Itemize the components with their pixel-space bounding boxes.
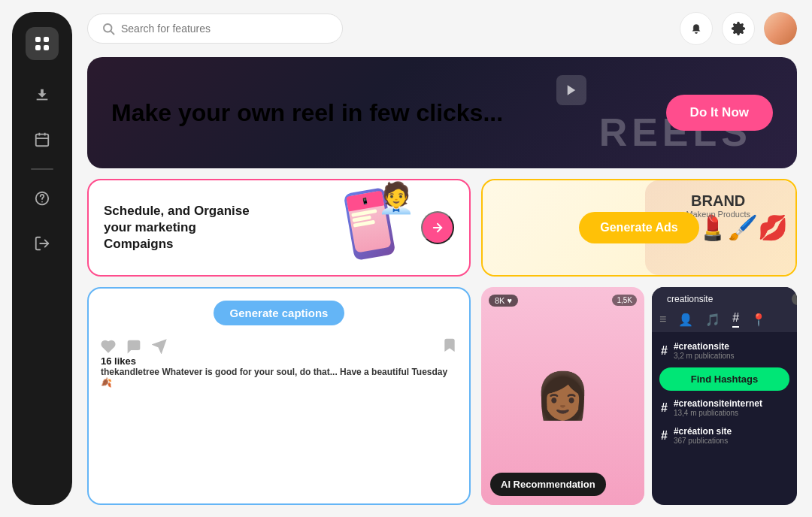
sidebar-logo[interactable]: [26, 27, 59, 60]
notifications-button[interactable]: [680, 12, 713, 45]
svg-line-9: [111, 31, 114, 34]
hero-title: Make your own reel in few clicks...: [111, 99, 503, 127]
bell-icon: [689, 21, 704, 36]
logout-icon: [34, 235, 50, 252]
caption-username-span: thekandletree: [101, 367, 159, 377]
phone-shape: 📱: [344, 187, 396, 261]
svg-rect-3: [44, 45, 49, 50]
search-bar-container[interactable]: [87, 14, 343, 44]
play-icon: [565, 83, 578, 97]
hashtag-symbol-3: #: [661, 429, 668, 443]
cards-area: Make your own reel in few clicks... Do I…: [87, 57, 797, 505]
right-column: 💄🖌️💋 BRAND Makeup Products Generate Ads …: [481, 179, 797, 505]
caption-text: thekandletree Whatever is good for your …: [101, 367, 457, 388]
hashtag-items-list: # #creationsite 3,2 m publications Find …: [652, 332, 797, 505]
hashtag-tabs: ≡ 👤 🎵 # 📍: [652, 311, 797, 332]
hashtag-count-2: 13,4 m publications: [674, 409, 788, 417]
hashtag-symbol-1: #: [661, 344, 668, 358]
schedule-card: Schedule, and Organise your marketing Co…: [87, 179, 471, 277]
ai-stats: 8K ♥: [489, 295, 518, 307]
caption-likes: 16 likes: [101, 355, 457, 367]
ads-card[interactable]: 💄🖌️💋 BRAND Makeup Products Generate Ads: [481, 179, 797, 277]
hashtag-search-bar: Annuler: [652, 287, 797, 311]
gear-icon: [731, 21, 746, 36]
search-icon: [102, 22, 115, 35]
user-avatar[interactable]: [764, 12, 797, 45]
hashtag-info-1: #creationsite 3,2 m publications: [674, 341, 788, 360]
play-icon-container: [556, 75, 586, 105]
hashtag-count-1: 3,2 m publications: [674, 352, 788, 360]
sidebar-item-download[interactable]: [26, 78, 59, 111]
hashtag-item[interactable]: # #creationsite 3,2 m publications: [652, 337, 797, 364]
svg-rect-0: [35, 37, 41, 42]
hero-cta-button[interactable]: Do It Now: [666, 95, 773, 131]
hashtag-item-3[interactable]: # #création site 367 publications: [652, 422, 797, 449]
hashtag-symbol-2: #: [661, 401, 668, 415]
hashtag-cancel-button[interactable]: Annuler: [792, 293, 797, 305]
tab-person-icon[interactable]: 👤: [678, 313, 693, 327]
arrow-right-icon: [431, 221, 444, 234]
caption-card: Generate captions: [87, 287, 471, 505]
search-input[interactable]: [121, 23, 329, 35]
hashtag-name-3: #création site: [674, 426, 788, 437]
calendar-icon: [34, 132, 50, 148]
settings-button[interactable]: [722, 12, 755, 45]
sidebar-divider: [31, 168, 53, 170]
main-content: Make your own reel in few clicks... Do I…: [72, 0, 812, 517]
sidebar-item-calendar[interactable]: [26, 123, 59, 156]
send-icon[interactable]: [152, 339, 167, 354]
caption-action-bar: [101, 337, 457, 355]
hero-banner: Make your own reel in few clicks... Do I…: [87, 57, 797, 168]
comment-icon[interactable]: [126, 339, 141, 354]
svg-rect-4: [36, 135, 49, 147]
svg-point-6: [41, 201, 43, 203]
hashtag-item-2[interactable]: # #creationsiteinternet 13,4 m publicati…: [652, 394, 797, 422]
ai-recommendation-card: 👩🏾 8K ♥ 1,5K AI Recommendation: [481, 287, 644, 505]
svg-rect-2: [35, 45, 41, 50]
left-column: Schedule, and Organise your marketing Co…: [87, 179, 471, 505]
tab-location-icon[interactable]: 📍: [751, 313, 766, 327]
avatar-image: [764, 12, 797, 45]
brand-name: BRAND: [686, 192, 750, 210]
generate-ads-button[interactable]: Generate Ads: [579, 212, 698, 243]
grid-icon: [33, 35, 51, 53]
hashtag-info-2: #creationsiteinternet 13,4 m publication…: [674, 398, 788, 417]
sidebar-item-help[interactable]: [26, 182, 59, 215]
ai-recommendation-badge[interactable]: AI Recommendation: [490, 473, 606, 496]
tab-hashtag-icon[interactable]: #: [732, 311, 739, 328]
tab-music-icon[interactable]: 🎵: [705, 313, 720, 327]
hashtag-search-input[interactable]: [667, 294, 780, 304]
schedule-illustration: 📱 🧑‍💼: [334, 180, 424, 275]
sidebar: [12, 12, 72, 505]
ai-stats-right: 1,5K: [612, 295, 637, 306]
topbar-right: [680, 12, 797, 45]
phone-screen: 📱: [346, 191, 391, 253]
hashtag-name-2: #creationsiteinternet: [674, 398, 788, 409]
bookmark-icon[interactable]: [442, 337, 457, 352]
help-icon: [34, 190, 50, 207]
find-hashtags-button[interactable]: Find Hashtags: [659, 367, 789, 391]
svg-marker-10: [568, 85, 576, 95]
tab-menu-icon[interactable]: ≡: [659, 313, 666, 326]
heart-icon[interactable]: [101, 339, 116, 354]
ai-hashtag-row: 👩🏾 8K ♥ 1,5K AI Recommendation: [481, 287, 797, 505]
hashtag-card: Annuler ≡ 👤 🎵 # 📍 #: [652, 287, 797, 505]
hero-title-text: Make your own reel in few clicks...: [111, 99, 503, 126]
hashtag-name-1: #creationsite: [674, 341, 788, 352]
generate-captions-button[interactable]: Generate captions: [214, 301, 345, 325]
svg-marker-13: [153, 340, 166, 353]
sidebar-item-logout[interactable]: [26, 227, 59, 260]
schedule-arrow-button[interactable]: [421, 211, 454, 244]
topbar: [87, 12, 797, 45]
schedule-text: Schedule, and Organise your marketing Co…: [104, 203, 254, 252]
download-icon: [34, 86, 50, 103]
brand-name-text: BRAND Makeup Products: [686, 192, 750, 219]
svg-rect-1: [44, 37, 49, 42]
hashtag-count-3: 367 publications: [674, 437, 788, 445]
hashtag-info-3: #création site 367 publications: [674, 426, 788, 445]
bottom-row: Schedule, and Organise your marketing Co…: [87, 179, 797, 505]
